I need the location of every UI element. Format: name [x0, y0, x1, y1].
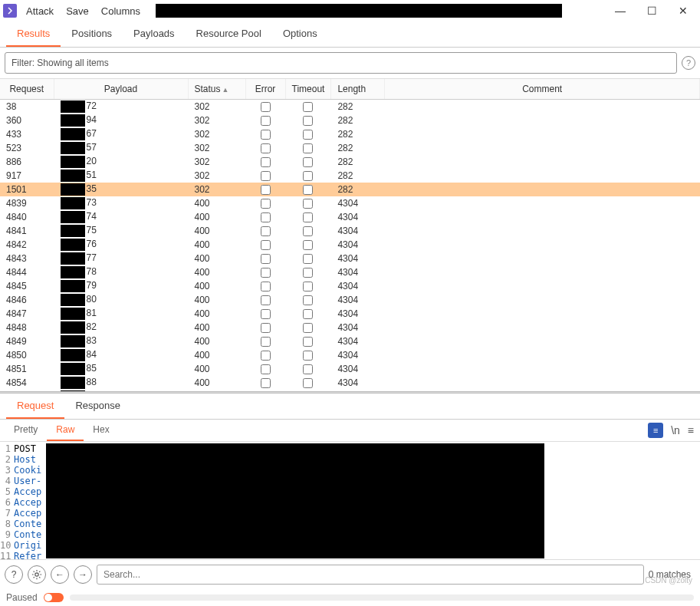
cell-comment[interactable] [385, 321, 700, 334]
cell-comment[interactable] [385, 279, 700, 293]
table-row[interactable]: 4847814004304 [0, 307, 700, 321]
cell-comment[interactable] [385, 293, 700, 307]
timeout-checkbox[interactable] [303, 364, 313, 374]
col-header-comment[interactable]: Comment [385, 79, 700, 100]
menu-columns[interactable]: Columns [101, 5, 140, 17]
table-row[interactable]: 4845794004304 [0, 279, 700, 293]
col-header-request[interactable]: Request [0, 79, 54, 100]
table-row[interactable]: 150135302282 [0, 183, 700, 196]
timeout-checkbox[interactable] [303, 337, 313, 347]
prev-match-button[interactable]: ← [51, 565, 69, 584]
error-checkbox[interactable] [261, 295, 271, 305]
cell-comment[interactable] [385, 155, 700, 169]
error-checkbox[interactable] [261, 323, 271, 333]
table-row[interactable]: 88620302282 [0, 155, 700, 169]
gear-icon[interactable] [28, 565, 46, 584]
menu-attack[interactable]: Attack [26, 5, 54, 17]
table-row[interactable]: 4844784004304 [0, 265, 700, 279]
col-header-error[interactable]: Error [245, 79, 285, 100]
tab-positions[interactable]: Positions [61, 21, 123, 47]
cell-comment[interactable] [385, 183, 700, 196]
table-row[interactable]: 4846804004304 [0, 293, 700, 307]
cell-comment[interactable] [385, 127, 700, 141]
help-icon[interactable]: ? [5, 565, 23, 584]
filter-input[interactable]: Filter: Showing all items [5, 52, 677, 74]
error-checkbox[interactable] [261, 268, 271, 278]
error-checkbox[interactable] [261, 282, 271, 291]
menu-save[interactable]: Save [66, 5, 89, 17]
cell-comment[interactable] [385, 210, 700, 224]
tab-payloads[interactable]: Payloads [123, 21, 185, 47]
error-checkbox[interactable] [261, 212, 271, 222]
timeout-checkbox[interactable] [303, 226, 313, 236]
error-checkbox[interactable] [261, 157, 271, 167]
cell-comment[interactable] [385, 265, 700, 279]
cell-comment[interactable] [385, 238, 700, 252]
timeout-checkbox[interactable] [303, 171, 313, 181]
timeout-checkbox[interactable] [303, 323, 313, 333]
tab-response[interactable]: Response [64, 394, 131, 419]
error-checkbox[interactable] [261, 226, 271, 236]
table-row[interactable]: 4840744004304 [0, 210, 700, 224]
table-row[interactable]: 4839734004304 [0, 196, 700, 210]
cell-comment[interactable] [385, 100, 700, 114]
timeout-checkbox[interactable] [303, 116, 313, 126]
error-checkbox[interactable] [261, 351, 271, 361]
viewtab-hex[interactable]: Hex [84, 420, 118, 441]
timeout-checkbox[interactable] [303, 282, 313, 291]
cell-comment[interactable] [385, 376, 700, 390]
search-input[interactable] [97, 565, 644, 585]
viewtab-raw[interactable]: Raw [47, 420, 84, 441]
table-row[interactable]: 4851854004304 [0, 362, 700, 376]
table-row[interactable]: 4841754004304 [0, 224, 700, 238]
error-checkbox[interactable] [261, 199, 271, 209]
table-row[interactable]: 4848824004304 [0, 321, 700, 334]
col-header-payload[interactable]: Payload [54, 79, 188, 100]
results-table-wrap[interactable]: Request Payload Status▲ Error Timeout Le… [0, 78, 700, 391]
timeout-checkbox[interactable] [303, 143, 313, 153]
next-match-button[interactable]: → [74, 565, 92, 584]
table-row[interactable]: 4842764004304 [0, 238, 700, 252]
timeout-checkbox[interactable] [303, 199, 313, 209]
actions-button[interactable]: ≡ [648, 423, 663, 438]
col-header-status[interactable]: Status▲ [188, 79, 245, 100]
timeout-checkbox[interactable] [303, 240, 313, 250]
tab-resource-pool[interactable]: Resource Pool [186, 21, 272, 47]
code-area[interactable]: POSTHostCookiUser-AccepAccepAccepConteCo… [14, 442, 41, 559]
cell-comment[interactable] [385, 141, 700, 155]
cell-comment[interactable] [385, 252, 700, 265]
col-header-length[interactable]: Length [331, 79, 385, 100]
timeout-checkbox[interactable] [303, 295, 313, 305]
timeout-checkbox[interactable] [303, 157, 313, 167]
pause-toggle[interactable] [44, 593, 64, 602]
table-row[interactable]: 3872302282 [0, 100, 700, 114]
cell-comment[interactable] [385, 307, 700, 321]
error-checkbox[interactable] [261, 309, 271, 319]
newline-toggle[interactable]: \n [671, 424, 680, 436]
table-row[interactable]: 91751302282 [0, 169, 700, 183]
error-checkbox[interactable] [261, 240, 271, 250]
minimize-button[interactable]: — [615, 5, 626, 17]
timeout-checkbox[interactable] [303, 351, 313, 361]
timeout-checkbox[interactable] [303, 130, 313, 140]
tab-options[interactable]: Options [272, 21, 328, 47]
table-row[interactable]: 43367302282 [0, 127, 700, 141]
maximize-button[interactable]: ☐ [647, 5, 657, 17]
error-checkbox[interactable] [261, 337, 271, 347]
table-row[interactable]: 52357302282 [0, 141, 700, 155]
viewtab-pretty[interactable]: Pretty [5, 420, 47, 441]
cell-comment[interactable] [385, 169, 700, 183]
cell-comment[interactable] [385, 334, 700, 348]
error-checkbox[interactable] [261, 378, 271, 388]
timeout-checkbox[interactable] [303, 268, 313, 278]
timeout-checkbox[interactable] [303, 102, 313, 112]
tab-request[interactable]: Request [6, 394, 64, 419]
error-checkbox[interactable] [261, 116, 271, 126]
timeout-checkbox[interactable] [303, 212, 313, 222]
table-row[interactable]: 4849834004304 [0, 334, 700, 348]
col-header-timeout[interactable]: Timeout [285, 79, 331, 100]
timeout-checkbox[interactable] [303, 309, 313, 319]
cell-comment[interactable] [385, 224, 700, 238]
table-row[interactable]: 36094302282 [0, 114, 700, 127]
raw-editor[interactable]: 1234567891011 POSTHostCookiUser-AccepAcc… [0, 442, 700, 559]
